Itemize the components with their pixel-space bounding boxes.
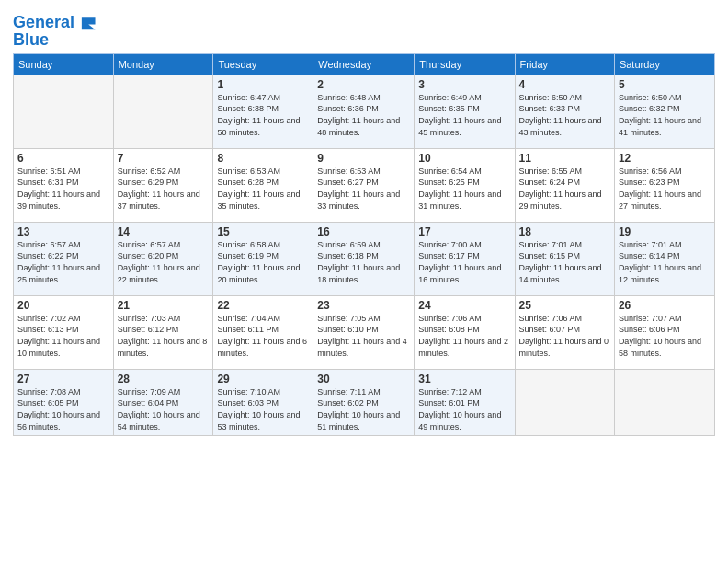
- day-number: 25: [519, 299, 610, 312]
- day-info: Sunrise: 7:01 AM Sunset: 6:14 PM Dayligh…: [619, 239, 711, 285]
- calendar-cell: 18Sunrise: 7:01 AM Sunset: 6:15 PM Dayli…: [515, 222, 614, 295]
- day-info: Sunrise: 7:06 AM Sunset: 6:08 PM Dayligh…: [418, 313, 510, 359]
- day-header-monday: Monday: [113, 53, 213, 75]
- day-info: Sunrise: 6:55 AM Sunset: 6:24 PM Dayligh…: [519, 166, 610, 212]
- day-info: Sunrise: 6:47 AM Sunset: 6:38 PM Dayligh…: [217, 92, 309, 138]
- day-number: 10: [418, 152, 510, 165]
- day-info: Sunrise: 6:57 AM Sunset: 6:22 PM Dayligh…: [17, 239, 109, 285]
- calendar-cell: [113, 75, 213, 148]
- calendar-cell: 3Sunrise: 6:49 AM Sunset: 6:35 PM Daylig…: [415, 75, 515, 148]
- day-number: 23: [317, 299, 410, 312]
- calendar-cell: 22Sunrise: 7:04 AM Sunset: 6:11 PM Dayli…: [213, 295, 313, 369]
- calendar-cell: 5Sunrise: 6:50 AM Sunset: 6:32 PM Daylig…: [614, 75, 714, 148]
- calendar-cell: 17Sunrise: 7:00 AM Sunset: 6:17 PM Dayli…: [415, 222, 515, 295]
- day-header-thursday: Thursday: [415, 53, 515, 75]
- calendar-table: SundayMondayTuesdayWednesdayThursdayFrid…: [13, 53, 715, 436]
- day-info: Sunrise: 7:03 AM Sunset: 6:12 PM Dayligh…: [118, 313, 210, 359]
- calendar-cell: 7Sunrise: 6:52 AM Sunset: 6:29 PM Daylig…: [113, 148, 213, 222]
- calendar-cell: 11Sunrise: 6:55 AM Sunset: 6:24 PM Dayli…: [515, 148, 614, 222]
- calendar-header-row: SundayMondayTuesdayWednesdayThursdayFrid…: [14, 53, 715, 75]
- day-number: 29: [217, 373, 309, 385]
- calendar-cell: 16Sunrise: 6:59 AM Sunset: 6:18 PM Dayli…: [313, 222, 415, 295]
- day-number: 1: [217, 78, 309, 91]
- day-number: 8: [217, 152, 309, 165]
- day-info: Sunrise: 6:54 AM Sunset: 6:25 PM Dayligh…: [418, 166, 510, 212]
- day-info: Sunrise: 6:53 AM Sunset: 6:28 PM Dayligh…: [217, 166, 309, 212]
- day-info: Sunrise: 7:10 AM Sunset: 6:03 PM Dayligh…: [217, 386, 309, 432]
- day-info: Sunrise: 6:52 AM Sunset: 6:29 PM Dayligh…: [118, 166, 210, 212]
- calendar-week-5: 27Sunrise: 7:08 AM Sunset: 6:05 PM Dayli…: [14, 369, 715, 435]
- day-info: Sunrise: 7:09 AM Sunset: 6:04 PM Dayligh…: [118, 386, 210, 432]
- day-info: Sunrise: 7:05 AM Sunset: 6:10 PM Dayligh…: [317, 313, 410, 359]
- calendar-cell: 26Sunrise: 7:07 AM Sunset: 6:06 PM Dayli…: [614, 295, 714, 369]
- calendar-cell: [614, 369, 714, 435]
- calendar-cell: 25Sunrise: 7:06 AM Sunset: 6:07 PM Dayli…: [515, 295, 614, 369]
- calendar-cell: [515, 369, 614, 435]
- calendar-cell: 4Sunrise: 6:50 AM Sunset: 6:33 PM Daylig…: [515, 75, 614, 148]
- calendar-cell: 20Sunrise: 7:02 AM Sunset: 6:13 PM Dayli…: [14, 295, 114, 369]
- logo-text: General: [13, 14, 74, 32]
- calendar-cell: 10Sunrise: 6:54 AM Sunset: 6:25 PM Dayli…: [415, 148, 515, 222]
- calendar-cell: 31Sunrise: 7:12 AM Sunset: 6:01 PM Dayli…: [415, 369, 515, 435]
- day-info: Sunrise: 6:50 AM Sunset: 6:33 PM Dayligh…: [519, 92, 610, 138]
- day-info: Sunrise: 6:50 AM Sunset: 6:32 PM Dayligh…: [619, 92, 711, 138]
- calendar-week-2: 6Sunrise: 6:51 AM Sunset: 6:31 PM Daylig…: [14, 148, 715, 222]
- calendar-week-4: 20Sunrise: 7:02 AM Sunset: 6:13 PM Dayli…: [14, 295, 715, 369]
- page-container: General Blue SundayMondayTuesdayWednesda…: [0, 0, 728, 445]
- calendar-cell: [14, 75, 114, 148]
- day-info: Sunrise: 6:53 AM Sunset: 6:27 PM Dayligh…: [317, 166, 410, 212]
- calendar-week-1: 1Sunrise: 6:47 AM Sunset: 6:38 PM Daylig…: [14, 75, 715, 148]
- day-info: Sunrise: 7:02 AM Sunset: 6:13 PM Dayligh…: [17, 313, 109, 359]
- day-number: 20: [17, 299, 109, 312]
- day-info: Sunrise: 7:08 AM Sunset: 6:05 PM Dayligh…: [17, 386, 109, 432]
- day-info: Sunrise: 6:49 AM Sunset: 6:35 PM Dayligh…: [418, 92, 510, 138]
- day-number: 16: [317, 225, 410, 238]
- day-number: 7: [118, 152, 210, 165]
- day-info: Sunrise: 7:07 AM Sunset: 6:06 PM Dayligh…: [619, 313, 711, 359]
- calendar-cell: 24Sunrise: 7:06 AM Sunset: 6:08 PM Dayli…: [415, 295, 515, 369]
- svg-marker-0: [82, 17, 96, 29]
- day-info: Sunrise: 7:06 AM Sunset: 6:07 PM Dayligh…: [519, 313, 610, 359]
- day-number: 5: [619, 78, 711, 91]
- logo-icon: [76, 13, 97, 33]
- day-header-sunday: Sunday: [14, 53, 114, 75]
- header: General Blue: [13, 9, 715, 50]
- day-number: 18: [519, 225, 610, 238]
- day-number: 9: [317, 152, 410, 165]
- day-number: 12: [619, 152, 711, 165]
- day-header-friday: Friday: [515, 53, 614, 75]
- calendar-cell: 27Sunrise: 7:08 AM Sunset: 6:05 PM Dayli…: [14, 369, 114, 435]
- day-number: 31: [418, 373, 510, 385]
- day-number: 17: [418, 225, 510, 238]
- calendar-cell: 15Sunrise: 6:58 AM Sunset: 6:19 PM Dayli…: [213, 222, 313, 295]
- calendar-cell: 8Sunrise: 6:53 AM Sunset: 6:28 PM Daylig…: [213, 148, 313, 222]
- day-info: Sunrise: 6:51 AM Sunset: 6:31 PM Dayligh…: [17, 166, 109, 212]
- day-info: Sunrise: 6:57 AM Sunset: 6:20 PM Dayligh…: [118, 239, 210, 285]
- calendar-cell: 1Sunrise: 6:47 AM Sunset: 6:38 PM Daylig…: [213, 75, 313, 148]
- day-info: Sunrise: 6:48 AM Sunset: 6:36 PM Dayligh…: [317, 92, 410, 138]
- day-number: 15: [217, 225, 309, 238]
- day-number: 2: [317, 78, 410, 91]
- calendar-cell: 9Sunrise: 6:53 AM Sunset: 6:27 PM Daylig…: [313, 148, 415, 222]
- day-info: Sunrise: 6:59 AM Sunset: 6:18 PM Dayligh…: [317, 239, 410, 285]
- day-info: Sunrise: 6:56 AM Sunset: 6:23 PM Dayligh…: [619, 166, 711, 212]
- logo: General Blue: [13, 13, 97, 50]
- day-number: 19: [619, 225, 711, 238]
- day-number: 3: [418, 78, 510, 91]
- day-header-tuesday: Tuesday: [213, 53, 313, 75]
- calendar-cell: 30Sunrise: 7:11 AM Sunset: 6:02 PM Dayli…: [313, 369, 415, 435]
- calendar-cell: 28Sunrise: 7:09 AM Sunset: 6:04 PM Dayli…: [113, 369, 213, 435]
- calendar-cell: 14Sunrise: 6:57 AM Sunset: 6:20 PM Dayli…: [113, 222, 213, 295]
- day-number: 27: [17, 373, 109, 385]
- calendar-cell: 23Sunrise: 7:05 AM Sunset: 6:10 PM Dayli…: [313, 295, 415, 369]
- day-info: Sunrise: 6:58 AM Sunset: 6:19 PM Dayligh…: [217, 239, 309, 285]
- day-number: 14: [118, 225, 210, 238]
- calendar-cell: 13Sunrise: 6:57 AM Sunset: 6:22 PM Dayli…: [14, 222, 114, 295]
- calendar-cell: 12Sunrise: 6:56 AM Sunset: 6:23 PM Dayli…: [614, 148, 714, 222]
- calendar-cell: 29Sunrise: 7:10 AM Sunset: 6:03 PM Dayli…: [213, 369, 313, 435]
- day-header-wednesday: Wednesday: [313, 53, 415, 75]
- day-number: 11: [519, 152, 610, 165]
- day-number: 22: [217, 299, 309, 312]
- day-number: 30: [317, 373, 410, 385]
- day-number: 4: [519, 78, 610, 91]
